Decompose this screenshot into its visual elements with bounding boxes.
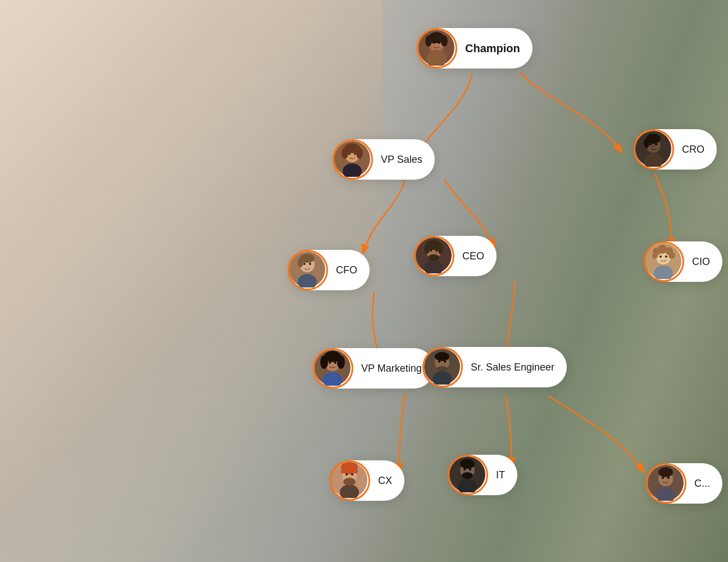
svg-point-33 (435, 249, 438, 252)
svg-point-55 (320, 355, 328, 369)
svg-point-23 (348, 153, 351, 155)
svg-point-5 (425, 35, 432, 47)
svg-point-56 (337, 355, 345, 369)
svg-point-72 (345, 473, 348, 476)
node-cio[interactable]: CIO (646, 241, 722, 282)
svg-point-63 (438, 360, 440, 363)
svg-point-77 (460, 459, 475, 469)
node-vpmkt[interactable]: VP Marketing (315, 348, 434, 389)
node-ceo[interactable]: CEO (416, 236, 497, 276)
ceo-label: CEO (454, 250, 497, 262)
face-srsales-svg (424, 349, 460, 385)
avatar-vpmkt (313, 348, 353, 389)
face-vpmkt-svg (315, 350, 351, 386)
node-it[interactable]: IT (450, 455, 517, 495)
svg-point-47 (668, 252, 675, 259)
node-cx[interactable]: CX (332, 460, 404, 501)
face-it-svg (449, 456, 485, 492)
node-extra[interactable]: C... (648, 463, 722, 504)
svg-point-8 (438, 42, 440, 44)
face-extra-svg (648, 465, 684, 501)
face-cio-svg (645, 243, 681, 279)
svg-point-31 (428, 254, 439, 261)
vpsales-label: VP Sales (373, 154, 435, 166)
champion-label: Champion (457, 42, 533, 55)
node-champion[interactable]: Champion (419, 28, 533, 68)
org-chart: Champion CRO (307, 0, 728, 562)
svg-point-65 (437, 366, 447, 371)
svg-point-14 (649, 143, 652, 145)
svg-rect-70 (341, 470, 358, 473)
svg-point-58 (334, 362, 336, 364)
face-cro-svg (635, 131, 671, 167)
avatar-cio (644, 241, 684, 282)
face-vpsales-svg (334, 141, 370, 177)
cro-label: CRO (674, 144, 717, 156)
svg-point-85 (662, 477, 664, 479)
svg-point-64 (444, 360, 446, 363)
svg-point-62 (435, 352, 449, 361)
avatar-extra (646, 463, 686, 504)
svg-point-49 (659, 255, 662, 258)
svg-point-6 (441, 35, 448, 47)
avatar-cfo (288, 250, 328, 290)
face-champion-svg (418, 30, 454, 66)
face-cfo-svg (289, 252, 325, 287)
avatar-it (448, 455, 488, 495)
svg-point-39 (303, 263, 306, 265)
cx-label: CX (370, 475, 404, 487)
svg-point-24 (354, 153, 356, 155)
svg-point-40 (309, 263, 311, 265)
avatar-champion (417, 28, 457, 68)
svg-point-21 (342, 148, 348, 159)
cfo-label: CFO (328, 264, 370, 276)
svg-point-50 (665, 255, 667, 258)
svg-point-32 (430, 249, 432, 252)
extra-label: C... (686, 478, 722, 490)
svg-point-16 (652, 146, 654, 148)
svg-point-7 (433, 42, 435, 44)
svg-point-84 (658, 467, 673, 477)
svg-point-48 (652, 253, 658, 259)
face-cx-svg (331, 462, 367, 498)
face-ceo-svg (416, 237, 452, 273)
avatar-vpsales (333, 139, 373, 180)
avatar-srsales (422, 347, 463, 387)
srsales-label: Sr. Sales Engineer (463, 362, 567, 373)
svg-point-71 (343, 478, 356, 486)
svg-point-38 (298, 258, 303, 267)
cio-label: CIO (684, 256, 722, 268)
it-label: IT (488, 469, 517, 481)
svg-point-22 (356, 148, 363, 159)
svg-point-57 (329, 362, 331, 364)
node-vpsales[interactable]: VP Sales (335, 139, 435, 180)
svg-point-30 (438, 244, 443, 254)
svg-point-86 (667, 477, 670, 479)
avatar-ceo (414, 236, 454, 276)
node-cfo[interactable]: CFO (290, 250, 370, 290)
svg-point-73 (351, 473, 353, 476)
svg-point-79 (469, 468, 471, 470)
svg-point-29 (424, 244, 430, 254)
svg-point-15 (655, 143, 657, 145)
svg-point-13 (644, 138, 649, 148)
node-cro[interactable]: CRO (636, 129, 717, 170)
avatar-cro (634, 129, 674, 170)
svg-point-80 (462, 472, 473, 479)
svg-point-78 (463, 468, 466, 470)
avatar-cx (330, 460, 370, 501)
node-srsales[interactable]: Sr. Sales Engineer (425, 347, 567, 387)
